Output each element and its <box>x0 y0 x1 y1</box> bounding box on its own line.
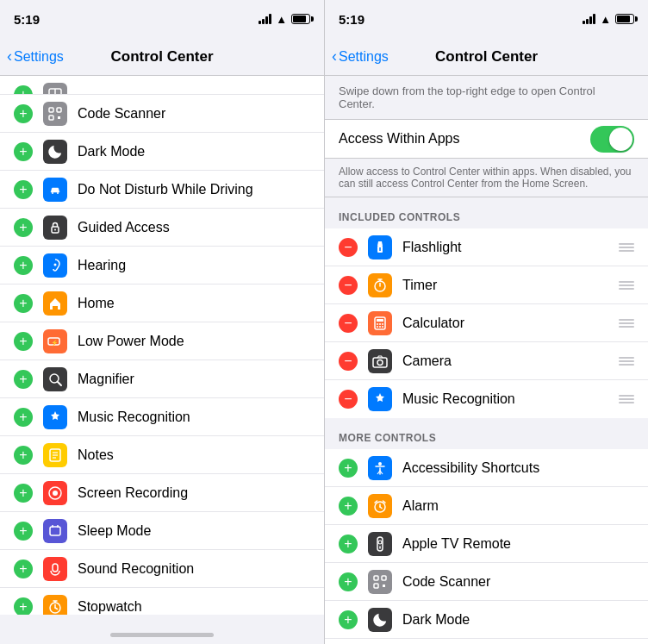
included-calculator[interactable]: − Calculator <box>325 304 648 342</box>
svg-point-10 <box>54 263 57 266</box>
left-item-sound-recognition[interactable]: + Sound Recognition <box>0 550 324 588</box>
left-item-screen-recording[interactable]: + Screen Recording <box>0 474 324 512</box>
svg-rect-48 <box>373 358 387 367</box>
magnifier-icon <box>43 367 67 391</box>
add-screen-recording-btn[interactable]: + <box>14 484 33 503</box>
included-flashlight[interactable]: − Flashlight <box>325 228 648 266</box>
svg-rect-4 <box>49 116 53 120</box>
camera-icon <box>368 349 392 373</box>
add-dark-mode2-btn[interactable]: + <box>339 610 358 629</box>
left-item-guided-access[interactable]: + Guided Access <box>0 209 324 247</box>
included-camera[interactable]: − Camera <box>325 342 648 380</box>
add-sleep-mode-btn[interactable]: + <box>14 522 33 541</box>
code-scanner-icon <box>43 102 67 126</box>
more-accessibility[interactable]: + Accessibility Shortcuts <box>325 449 648 487</box>
sound-recognition-icon <box>43 557 67 581</box>
left-item-dnd-driving[interactable]: + Do Not Disturb While Driving <box>0 171 324 209</box>
calculator-drag-handle[interactable] <box>619 319 634 328</box>
access-within-apps-label: Access Within Apps <box>339 131 590 147</box>
more-dnd-driving[interactable]: + Do Not Disturb While Driving <box>325 639 648 644</box>
right-nav-header: ‹ Settings Control Center <box>325 38 648 76</box>
svg-rect-5 <box>58 116 60 119</box>
left-item-stopwatch[interactable]: + Stopwatch <box>0 588 324 615</box>
more-apple-tv[interactable]: + Apple TV Remote <box>325 525 648 563</box>
add-accessibility-btn[interactable]: + <box>339 459 358 478</box>
svg-point-49 <box>377 360 383 365</box>
right-back-button[interactable]: ‹ Settings <box>332 47 389 66</box>
camera-drag-handle[interactable] <box>619 357 634 366</box>
info-banner: Swipe down from the top-right edge to op… <box>325 76 648 120</box>
left-item-home[interactable]: + Home <box>0 284 324 322</box>
add-btn-partial[interactable]: + <box>14 85 33 95</box>
left-back-button[interactable]: ‹ Settings <box>7 47 64 66</box>
screen-recording-icon <box>43 481 67 505</box>
music-recognition-drag-handle[interactable] <box>619 395 634 403</box>
add-low-power-btn[interactable]: + <box>14 332 33 351</box>
add-code-scanner2-btn[interactable]: + <box>339 572 358 591</box>
more-alarm[interactable]: + Alarm <box>325 487 648 525</box>
remove-timer-btn[interactable]: − <box>339 276 358 295</box>
flashlight-drag-handle[interactable] <box>619 243 634 252</box>
add-magnifier-btn[interactable]: + <box>14 370 33 389</box>
svg-point-20 <box>53 491 58 496</box>
more-code-scanner[interactable]: + Code Scanner <box>325 563 648 601</box>
included-music-recognition[interactable]: − Music Recognition <box>325 380 648 418</box>
included-label-timer: Timer <box>402 278 619 293</box>
left-item-code-scanner[interactable]: + Code Scanner <box>0 95 324 133</box>
remove-camera-btn[interactable]: − <box>339 352 358 371</box>
left-item-hearing[interactable]: + Hearing <box>0 247 324 284</box>
left-item-low-power[interactable]: + ⚡ Low Power Mode <box>0 322 324 360</box>
left-label-hearing: Hearing <box>78 258 310 273</box>
add-apple-tv-btn[interactable]: + <box>339 535 358 553</box>
svg-rect-7 <box>57 192 59 194</box>
more-dark-mode[interactable]: + Dark Mode <box>325 601 648 639</box>
right-status-icons: ▲ <box>583 13 634 26</box>
access-within-apps-toggle[interactable] <box>590 126 634 153</box>
remove-music-recognition-btn[interactable]: − <box>339 390 358 409</box>
left-status-icons: ▲ <box>259 13 310 26</box>
icon-partial <box>43 83 67 95</box>
included-label-music-recognition: Music Recognition <box>402 391 619 407</box>
more-controls-header: MORE CONTROLS <box>325 418 648 449</box>
remove-calculator-btn[interactable]: − <box>339 314 358 333</box>
left-label-low-power: Low Power Mode <box>78 334 310 349</box>
add-home-btn[interactable]: + <box>14 294 33 313</box>
add-dnd-driving-btn[interactable]: + <box>14 180 33 199</box>
svg-line-28 <box>55 608 58 610</box>
left-status-bar: 5:19 ▲ <box>0 0 324 38</box>
add-dark-mode-btn[interactable]: + <box>14 142 33 161</box>
add-notes-btn[interactable]: + <box>14 446 33 465</box>
add-hearing-btn[interactable]: + <box>14 256 33 275</box>
apple-tv-icon <box>368 532 392 556</box>
svg-point-46 <box>379 326 381 328</box>
left-item-music-recog[interactable]: + Music Recognition <box>0 398 324 436</box>
timer-drag-handle[interactable] <box>619 281 634 290</box>
left-list: + + Code Scanner + Dark Mode + <box>0 76 324 615</box>
battery-icon <box>291 14 310 24</box>
notes-icon <box>43 443 67 467</box>
left-item-sleep-mode[interactable]: + Sleep Mode <box>0 512 324 550</box>
left-item-notes[interactable]: + Notes <box>0 436 324 474</box>
svg-rect-62 <box>383 585 385 587</box>
remove-flashlight-btn[interactable]: − <box>339 238 358 257</box>
add-sound-recognition-btn[interactable]: + <box>14 560 33 578</box>
more-controls-section: MORE CONTROLS + Accessibility Shortcuts … <box>325 418 648 644</box>
included-controls-header: INCLUDED CONTROLS <box>325 197 648 228</box>
add-stopwatch-btn[interactable]: + <box>14 597 33 616</box>
svg-rect-24 <box>53 564 58 572</box>
right-panel: 5:19 ▲ ‹ Settings Control Center Swipe d… <box>324 0 648 644</box>
signal-bars-icon <box>259 14 271 24</box>
left-item-dark-mode[interactable]: + Dark Mode <box>0 133 324 171</box>
add-alarm-btn[interactable]: + <box>339 497 358 516</box>
left-back-label: Settings <box>14 49 64 65</box>
included-timer[interactable]: − Timer <box>325 266 648 304</box>
add-guided-access-btn[interactable]: + <box>14 218 33 237</box>
add-music-recog-btn[interactable]: + <box>14 408 33 427</box>
left-back-chevron-icon: ‹ <box>7 47 12 66</box>
add-code-scanner-btn[interactable]: + <box>14 104 33 123</box>
stopwatch-icon <box>43 595 67 616</box>
left-label-notes: Notes <box>78 447 310 463</box>
access-within-apps-section: Access Within Apps <box>325 120 648 159</box>
hearing-icon <box>43 253 67 278</box>
left-item-magnifier[interactable]: + Magnifier <box>0 360 324 398</box>
